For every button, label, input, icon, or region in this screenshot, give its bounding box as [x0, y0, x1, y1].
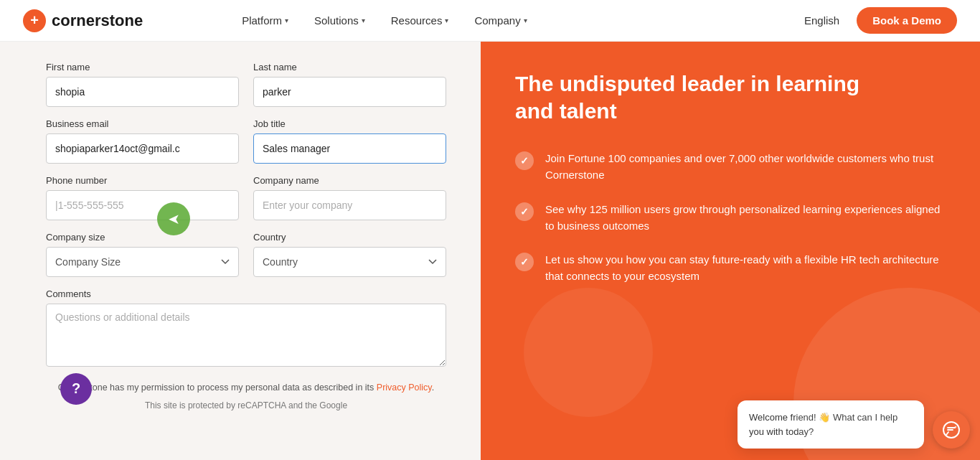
chat-icon [942, 421, 961, 439]
business-email-label: Business email [46, 118, 239, 129]
phone-label: Phone number [46, 175, 239, 186]
promo-item-1: Join Fortune 100 companies and over 7,00… [515, 150, 946, 184]
country-select[interactable]: CountryUnited StatesUnited KingdomCanada… [253, 247, 446, 277]
company-name-label: Company name [253, 175, 446, 186]
logo-link[interactable]: cornerstone [23, 9, 143, 32]
help-button[interactable] [60, 373, 92, 405]
nav-right: English Book a Demo [798, 7, 957, 34]
language-button[interactable]: English [798, 14, 845, 27]
country-group: Country CountryUnited StatesUnited Kingd… [253, 232, 446, 277]
promo-item-3: Let us show you how you can stay future-… [515, 251, 946, 285]
last-name-input[interactable] [253, 77, 446, 107]
svg-point-0 [943, 422, 959, 438]
logo-text: cornerstone [52, 11, 143, 30]
country-label: Country [253, 232, 446, 243]
business-email-group: Business email [46, 118, 239, 164]
job-title-group: Job title [253, 118, 446, 164]
promo-item-2: See why 125 million users grow through p… [515, 201, 946, 235]
recaptcha-text: This site is protected by reCAPTCHA and … [46, 399, 446, 412]
company-name-group: Company name [253, 175, 446, 220]
main-content: First name Last name Business email Job … [0, 42, 980, 460]
first-name-label: First name [46, 62, 239, 72]
comments-textarea[interactable] [46, 304, 446, 367]
promo-item-text-1: Join Fortune 100 companies and over 7,00… [545, 150, 946, 184]
phone-group: Phone number [46, 175, 239, 220]
last-name-group: Last name [253, 62, 446, 107]
company-size-select[interactable]: Company Size1-5051-200201-500501-1000100… [46, 247, 239, 277]
check-icon-3 [515, 253, 534, 271]
chat-bubble: Welcome friend! 👋 What can I help you wi… [738, 400, 924, 449]
chat-container: Welcome friend! 👋 What can I help you wi… [738, 400, 970, 449]
check-icon-2 [515, 202, 534, 221]
email-job-row: Business email Job title [46, 118, 446, 164]
chat-button[interactable] [933, 411, 970, 449]
first-name-input[interactable] [46, 77, 239, 107]
chevron-down-icon: ▾ [524, 17, 527, 24]
comments-label: Comments [46, 288, 446, 299]
nav-solutions[interactable]: Solutions ▾ [301, 0, 378, 42]
first-name-group: First name [46, 62, 239, 107]
last-name-label: Last name [253, 62, 446, 72]
company-name-input[interactable] [253, 190, 446, 220]
job-title-input[interactable] [253, 133, 446, 164]
comments-section: Comments [46, 288, 446, 370]
chevron-down-icon: ▾ [445, 17, 448, 24]
phone-company-row: Phone number ➤ Company name [46, 175, 446, 220]
name-row: First name Last name [46, 62, 446, 107]
chat-message: Welcome friend! 👋 What can I help you wi… [749, 412, 897, 437]
form-wrapper: First name Last name Business email Job … [46, 62, 446, 412]
job-title-label: Job title [253, 118, 446, 129]
promo-section: The undisputed leader in learning and ta… [481, 42, 980, 460]
logo-icon [23, 9, 46, 32]
privacy-policy-link[interactable]: Privacy Policy [377, 382, 432, 393]
consent-text: Cornerstone has my permission to process… [46, 381, 446, 395]
check-icon-1 [515, 151, 534, 170]
promo-item-text-2: See why 125 million users grow through p… [545, 201, 946, 235]
nav-company[interactable]: Company ▾ [461, 0, 540, 42]
promo-headline: The undisputed leader in learning and ta… [515, 70, 888, 124]
promo-item-text-3: Let us show you how you can stay future-… [545, 251, 946, 285]
size-country-row: Company size Company Size1-5051-200201-5… [46, 232, 446, 277]
business-email-input[interactable] [46, 133, 239, 164]
nav-links: Platform ▾ Solutions ▾ Resources ▾ Compa… [229, 0, 540, 42]
chevron-down-icon: ▾ [285, 17, 288, 24]
company-size-group: Company size Company Size1-5051-200201-5… [46, 232, 239, 277]
promo-items: Join Fortune 100 companies and over 7,00… [515, 150, 946, 285]
company-size-label: Company size [46, 232, 239, 243]
book-demo-button[interactable]: Book a Demo [857, 7, 957, 34]
nav-platform[interactable]: Platform ▾ [229, 0, 301, 42]
phone-input[interactable] [46, 190, 239, 220]
chevron-down-icon: ▾ [362, 17, 365, 24]
nav-resources[interactable]: Resources ▾ [378, 0, 462, 42]
navbar: cornerstone Platform ▾ Solutions ▾ Resou… [0, 0, 980, 42]
form-section: First name Last name Business email Job … [0, 42, 481, 460]
